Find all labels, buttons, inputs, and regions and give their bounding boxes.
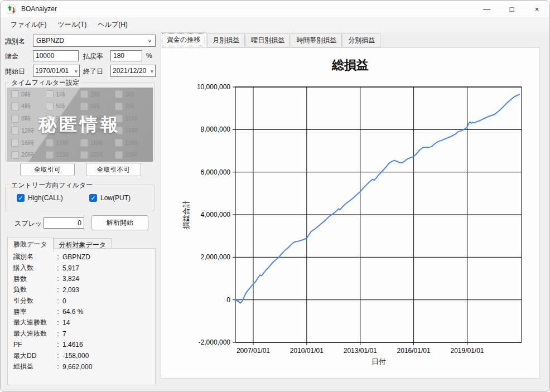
- analyze-start-button[interactable]: 解析開始: [91, 215, 148, 230]
- maximize-button[interactable]: □: [499, 1, 524, 17]
- svg-text:10,000,000: 10,000,000: [197, 83, 230, 91]
- start-date-picker[interactable]: 1970/01/01 ∨: [33, 65, 80, 77]
- svg-text:4,000,000: 4,000,000: [201, 211, 231, 219]
- svg-text:-2,000,000: -2,000,000: [199, 338, 231, 346]
- hour-label: 16時: [21, 139, 34, 147]
- hour-checkbox-23[interactable]: 23時: [115, 151, 149, 159]
- low-put-checkbox[interactable]: ✓ Low(PUT): [89, 194, 131, 202]
- chart-tabstrip: 資金の推移 月別損益 曜日別損益 時間帯別損益 分別損益: [161, 35, 381, 47]
- stat-colon: :: [54, 319, 62, 327]
- hour-label: 12時: [21, 127, 34, 135]
- stat-colon: :: [54, 286, 62, 294]
- hour-checkbox-0[interactable]: 0時: [11, 90, 46, 98]
- hour-checkbox-2[interactable]: 2時: [80, 90, 115, 98]
- checkbox-icon: [46, 103, 54, 110]
- stat-label: PF: [8, 341, 54, 349]
- svg-text:2013/01/01: 2013/01/01: [344, 347, 377, 355]
- hour-checkbox-3[interactable]: 3時: [115, 90, 149, 98]
- stat-label: 最大連敗数: [8, 329, 54, 338]
- payout-unit: %: [146, 52, 152, 60]
- profit-line-chart: 10,000,0008,000,0006,000,0004,000,0002,0…: [161, 48, 539, 378]
- minimize-button[interactable]: —: [474, 1, 499, 17]
- stat-row-purchases: 購入数:5,917: [8, 263, 155, 274]
- tab-weekday-pnl[interactable]: 曜日別損益: [245, 33, 290, 47]
- close-button[interactable]: ×: [524, 1, 549, 17]
- hour-checkbox-20[interactable]: 20時: [11, 151, 46, 159]
- stat-colon: :: [54, 253, 62, 261]
- checkbox-icon: [115, 103, 123, 110]
- hour-checkbox-7[interactable]: 7時: [115, 103, 149, 110]
- svg-text:2010/01/01: 2010/01/01: [290, 347, 324, 355]
- high-call-label: High(CALL): [28, 194, 63, 202]
- menu-tools[interactable]: ツール(T): [52, 18, 92, 32]
- checkbox-icon: [11, 127, 19, 134]
- stat-value: 1.4616: [62, 341, 155, 349]
- stat-label: 総損益: [8, 362, 54, 371]
- stat-colon: :: [54, 341, 62, 349]
- tab-minute-pnl[interactable]: 分別損益: [342, 33, 380, 47]
- tab-equity-curve[interactable]: 資金の推移: [161, 32, 206, 47]
- hour-checkbox-17[interactable]: 17時: [46, 139, 80, 147]
- hour-label: 20時: [21, 151, 34, 159]
- disable-all-trades-button[interactable]: 全取引不可: [86, 163, 141, 176]
- hour-checkbox-22[interactable]: 22時: [80, 151, 115, 159]
- stat-label: 負数: [8, 285, 54, 294]
- checkbox-icon: [115, 151, 123, 159]
- stat-value: 2,093: [62, 286, 155, 294]
- y-axis-title: 損益合計: [181, 200, 191, 229]
- stat-row-max-win-streak: 最大連勝数:14: [8, 317, 155, 328]
- hour-checkbox-5[interactable]: 5時: [46, 103, 80, 110]
- hour-label: 22時: [90, 151, 103, 159]
- stat-colon: :: [54, 308, 62, 316]
- enable-all-trades-button[interactable]: 全取引可: [20, 163, 75, 176]
- checkbox-icon: [11, 151, 19, 159]
- end-date-picker[interactable]: 2021/12/20 ∨: [110, 65, 156, 77]
- end-date-label: 終了日: [83, 67, 103, 76]
- svg-text:2,000,000: 2,000,000: [201, 253, 231, 261]
- hour-label: 0時: [21, 90, 31, 99]
- window-title: BOAnalyzer: [21, 5, 57, 13]
- identifier-combobox[interactable]: GBPNZD ∨: [33, 35, 156, 47]
- hour-checkbox-16[interactable]: 16時: [11, 139, 46, 147]
- checkbox-icon: [46, 139, 54, 147]
- tab-win-loss-data[interactable]: 勝敗データ: [7, 237, 54, 252]
- hour-checkbox-6[interactable]: 6時: [80, 103, 115, 110]
- tab-hourly-pnl[interactable]: 時間帯別損益: [291, 33, 342, 47]
- hour-checkbox-21[interactable]: 21時: [46, 151, 80, 159]
- app-icon: [7, 4, 16, 14]
- stat-row-max-dd: 最大DD:-158,000: [8, 350, 155, 361]
- checkbox-icon: [46, 151, 54, 159]
- hour-label: 1時: [56, 90, 65, 99]
- menu-help[interactable]: ヘルプ(H): [92, 18, 133, 32]
- checkbox-icon: [11, 139, 19, 147]
- spread-input[interactable]: [44, 217, 84, 229]
- hour-checkbox-19[interactable]: 19時: [115, 139, 149, 147]
- hour-checkbox-18[interactable]: 18時: [80, 139, 115, 147]
- hour-checkbox-4[interactable]: 4時: [11, 103, 46, 110]
- stat-label: 識別名: [8, 252, 54, 262]
- hour-checkbox-1[interactable]: 1時: [46, 90, 80, 98]
- hour-label: 5時: [56, 102, 65, 110]
- x-axis-title: 日付: [372, 357, 386, 367]
- stat-value: 5,917: [62, 264, 155, 272]
- stat-value: 7: [62, 330, 155, 338]
- app-window: BOAnalyzer — □ × ファイル(F) ツール(T) ヘルプ(H) 識…: [0, 0, 550, 392]
- stat-value: 9,662,000: [62, 363, 155, 371]
- stat-label: 購入数: [8, 263, 54, 273]
- menu-file[interactable]: ファイル(F): [5, 18, 52, 32]
- stat-label: 引分数: [8, 296, 54, 306]
- hour-label: 19時: [125, 139, 138, 147]
- hour-label: 8時: [21, 114, 31, 123]
- high-call-checkbox[interactable]: ✓ High(CALL): [17, 194, 63, 202]
- svg-text:2016/01/01: 2016/01/01: [397, 347, 431, 355]
- bet-input[interactable]: [33, 50, 79, 61]
- hour-label: 21時: [56, 151, 69, 159]
- hour-label: 15時: [125, 127, 138, 135]
- hour-label: 3時: [125, 90, 134, 99]
- stat-colon: :: [54, 264, 62, 272]
- tab-monthly-pnl[interactable]: 月別損益: [207, 33, 245, 47]
- stat-value: 14: [62, 319, 155, 327]
- payout-input[interactable]: [110, 50, 142, 61]
- low-put-label: Low(PUT): [100, 194, 131, 202]
- chart-panel: 10,000,0008,000,0006,000,0004,000,0002,0…: [161, 47, 540, 379]
